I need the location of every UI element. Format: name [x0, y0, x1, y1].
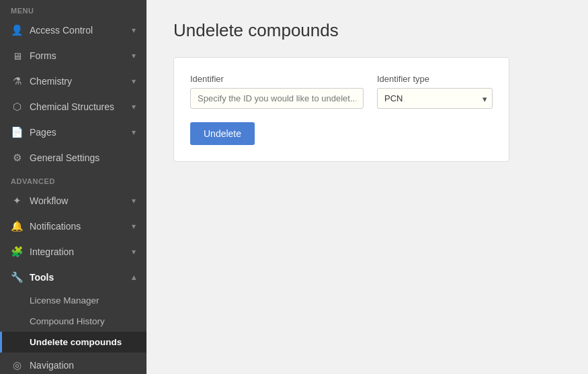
tools-icon: 🔧 — [11, 271, 23, 283]
identifier-input[interactable] — [190, 88, 364, 109]
form-row: Identifier Identifier type PCN CAS SMILE… — [190, 74, 493, 109]
undelete-button[interactable]: Undelete — [190, 122, 255, 145]
access-control-icon: 👤 — [11, 24, 23, 36]
sidebar-sub-item-license-manager[interactable]: License Manager — [0, 290, 146, 311]
chevron-down-icon: ▾ — [132, 102, 136, 111]
sidebar-item-label: Chemical Structures — [30, 101, 114, 112]
sidebar-item-navigation[interactable]: ◎ Navigation — [0, 353, 146, 374]
sidebar-item-forms[interactable]: 🖥 Forms ▾ — [0, 43, 146, 68]
workflow-icon: ✦ — [11, 195, 23, 207]
sidebar-item-label: General Settings — [30, 152, 99, 163]
sidebar-item-label: Forms — [30, 50, 56, 61]
sidebar-item-label: Navigation — [30, 360, 74, 371]
identifier-label: Identifier — [190, 74, 364, 84]
sidebar-sub-item-compound-history[interactable]: Compound History — [0, 311, 146, 332]
form-card: Identifier Identifier type PCN CAS SMILE… — [173, 57, 509, 162]
identifier-type-select-wrapper: PCN CAS SMILES InChI — [377, 88, 493, 109]
sidebar-item-chemical-structures[interactable]: ⬡ Chemical Structures ▾ — [0, 94, 146, 120]
chevron-down-icon: ▾ — [132, 247, 136, 256]
chevron-up-icon: ▴ — [132, 273, 136, 282]
forms-icon: 🖥 — [11, 50, 23, 62]
pages-icon: 📄 — [11, 126, 23, 138]
chevron-down-icon: ▾ — [132, 128, 136, 137]
chevron-down-icon: ▾ — [132, 26, 136, 35]
sidebar-item-label: Access Control — [30, 25, 93, 36]
sidebar-item-tools[interactable]: 🔧 Tools ▴ — [0, 265, 146, 290]
sidebar-item-pages[interactable]: 📄 Pages ▾ — [0, 120, 146, 145]
chemistry-icon: ⚗ — [11, 75, 23, 87]
advanced-section-label: ADVANCED — [0, 171, 146, 188]
navigation-icon: ◎ — [11, 359, 23, 371]
chevron-down-icon: ▾ — [132, 51, 136, 60]
sidebar-item-label: Notifications — [30, 221, 81, 232]
sidebar-item-label: Workflow — [30, 195, 68, 206]
sidebar-sub-item-undelete-compounds[interactable]: Undelete compounds — [0, 332, 146, 353]
identifier-type-label: Identifier type — [377, 74, 493, 84]
sidebar-item-workflow[interactable]: ✦ Workflow ▾ — [0, 188, 146, 214]
sidebar-item-label: Integration — [30, 246, 74, 257]
sidebar-item-chemistry[interactable]: ⚗ Chemistry ▾ — [0, 68, 146, 94]
sidebar-item-label: Tools — [30, 272, 54, 283]
menu-section-label: MENU — [0, 0, 146, 17]
chevron-down-icon: ▾ — [132, 77, 136, 86]
sidebar-item-access-control[interactable]: 👤 Access Control ▾ — [0, 17, 146, 43]
sidebar-item-label: Chemistry — [30, 76, 72, 87]
chevron-down-icon: ▾ — [132, 196, 136, 205]
sidebar: MENU 👤 Access Control ▾ 🖥 Forms ▾ ⚗ Chem… — [0, 0, 146, 374]
sidebar-item-general-settings[interactable]: ⚙ General Settings — [0, 145, 146, 171]
chemical-structures-icon: ⬡ — [11, 101, 23, 113]
notifications-icon: 🔔 — [11, 220, 23, 232]
integration-icon: 🧩 — [11, 246, 23, 258]
sidebar-item-label: Pages — [30, 127, 56, 138]
sidebar-item-notifications[interactable]: 🔔 Notifications ▾ — [0, 214, 146, 239]
main-content: Undelete compounds Identifier Identifier… — [146, 0, 588, 374]
identifier-group: Identifier — [190, 74, 364, 109]
identifier-type-group: Identifier type PCN CAS SMILES InChI — [377, 74, 493, 109]
page-title: Undelete compounds — [173, 20, 561, 41]
chevron-down-icon: ▾ — [132, 222, 136, 231]
sidebar-item-integration[interactable]: 🧩 Integration ▾ — [0, 239, 146, 265]
general-settings-icon: ⚙ — [11, 152, 23, 164]
identifier-type-select[interactable]: PCN CAS SMILES InChI — [377, 88, 493, 109]
